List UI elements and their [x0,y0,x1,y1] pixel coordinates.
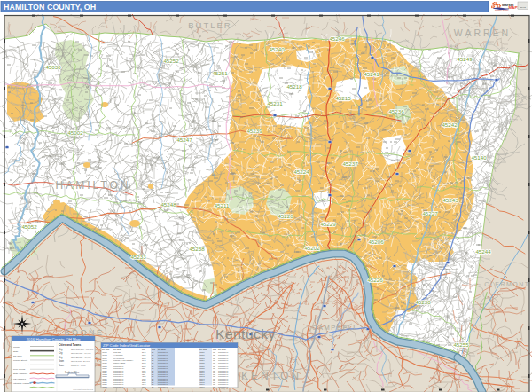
svg-text:WARREN: WARREN [454,27,511,38]
svg-text:CLERMONT: CLERMONT [484,281,529,287]
svg-text:City: City [59,348,63,351]
svg-text:Grid: Grid [152,349,155,350]
svg-text:ZIP Name: ZIP Name [158,349,167,350]
svg-text:KENTON: KENTON [241,370,301,382]
svg-text:ZIP Name: ZIP Name [218,349,227,350]
svg-text:CAMPBELL: CAMPBELL [312,324,358,332]
svg-text:45241: 45241 [364,71,379,77]
svg-text:America´s Leading Source for B: America´s Leading Source for Business Ma… [491,11,524,12]
svg-text:State: State [13,350,19,352]
svg-text:45247: 45247 [176,137,192,143]
svg-text:45229: 45229 [320,221,336,227]
svg-text:45233: 45233 [130,254,146,260]
svg-text:45215: 45215 [335,95,351,101]
svg-text:45052: 45052 [21,223,37,230]
svg-text:Copyright MarketMAPS: Copyright MarketMAPS [73,388,93,390]
svg-text:Secondary Streets: Secondary Streets [13,364,31,365]
svg-text:Over 5,000 - 24,999: Over 5,000 - 24,999 [71,360,90,363]
svg-text:CINCINNATI: CINCINNATI [158,386,168,388]
svg-text:Over 100,000 - 499,999: Over 100,000 - 499,999 [71,349,94,351]
svg-text:Town: Town [59,359,65,363]
svg-text:45218: 45218 [102,386,107,388]
svg-text:45251: 45251 [212,70,228,76]
svg-text:BUTLER: BUTLER [188,20,231,30]
svg-text:Kentucky: Kentucky [215,326,276,341]
svg-text:45255: 45255 [453,341,469,348]
svg-text:Interstate Highways: Interstate Highways [13,382,32,384]
svg-text:45242: 45242 [442,122,458,128]
svg-text:Grid: Grid [213,349,216,350]
svg-text:45236: 45236 [388,108,404,114]
svg-text:BOONE: BOONE [64,328,104,337]
svg-text:45238: 45238 [189,246,205,252]
svg-text:45140: 45140 [471,154,487,161]
svg-text:45244: 45244 [475,248,491,255]
svg-text:45237: 45237 [342,161,358,167]
svg-text:45248: 45248 [160,201,176,208]
svg-text:2016 Hamilton County, OH Map: 2016 Hamilton County, OH Map [27,337,81,341]
svg-text:US Highways: US Highways [13,378,27,380]
svg-text:City: City [59,351,63,355]
svg-text:River Creeks: River Creeks [13,368,26,370]
svg-text:Town: Town [59,364,65,367]
svg-text:ZIP Name: ZIP Name [113,349,122,350]
svg-text:County: County [13,346,20,348]
svg-text:ZIP Code: ZIP Code [102,349,110,350]
svg-text:Toll Roads: Toll Roads [13,387,24,388]
svg-text:Over 25,000 - 49,999: Over 25,000 - 49,999 [71,357,91,359]
svg-text:45218: 45218 [286,83,302,90]
svg-text:45230: 45230 [415,299,431,305]
svg-text:Under 1 - 4,999: Under 1 - 4,999 [71,365,86,367]
svg-text:Over 50,000 - 99,999: Over 50,000 - 99,999 [71,352,91,355]
svg-text:HAMILTON: HAMILTON [56,179,131,192]
svg-text:45202: 45202 [304,245,320,251]
svg-text:45249: 45249 [457,56,473,62]
svg-text:45030: 45030 [45,64,61,70]
svg-text:800-642: 800-642 [520,6,526,8]
svg-text:MAPS: MAPS [520,3,527,4]
svg-text:45227: 45227 [422,210,438,216]
svg-text:45252: 45252 [163,58,179,64]
svg-text:City: City [59,356,63,359]
svg-text:45231: 45231 [267,100,283,106]
svg-text:45246: 45246 [329,35,345,42]
svg-text:ZIP Code: ZIP Code [200,349,207,350]
svg-text:CINCINNATI: CINCINNATI [218,386,229,388]
svg-text:45239: 45239 [246,128,262,134]
svg-text:45240: 45240 [269,46,285,52]
svg-text:Cities and Towns: Cities and Towns [59,343,81,347]
svg-text:HAMILTON COUNTY, OH: HAMILTON COUNTY, OH [4,3,96,12]
svg-text:Primary Streets: Primary Streets [13,359,28,361]
svg-text:45002: 45002 [67,129,83,136]
svg-text:45226: 45226 [367,277,383,283]
svg-text:45224: 45224 [293,169,309,175]
svg-text:45220: 45220 [278,213,293,219]
svg-text:ZIP Code: ZIP Code [13,355,22,357]
svg-text:45243: 45243 [442,197,458,203]
svg-text:State Highways: State Highways [13,372,28,374]
svg-text:CINCINNATI: CINCINNATI [113,386,124,388]
svg-text:45247: 45247 [200,386,205,388]
svg-text:45211: 45211 [215,202,230,208]
svg-text:ZIP Code Index/Grid Locator: ZIP Code Index/Grid Locator [103,343,151,348]
svg-text:45206: 45206 [368,239,384,245]
